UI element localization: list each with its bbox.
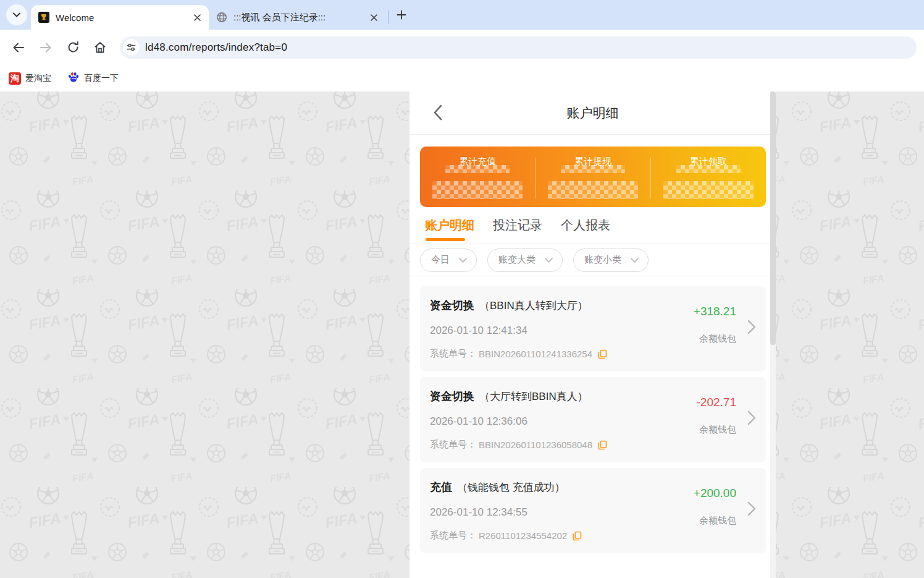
browser-tab-strip: Welcome :::视讯 会员下注纪录:::: [0, 0, 924, 30]
summary-label: 累计领取: [690, 156, 727, 168]
txn-detail: （BBIN真人转到大厅）: [479, 299, 588, 313]
minor-category-dropdown[interactable]: 账变小类: [573, 249, 649, 272]
txn-time: 2026-01-10 12:41:34: [430, 325, 736, 337]
page-content: FIFA FIFA 账户: [0, 91, 924, 578]
txn-detail: （大厅转到BBIN真人）: [479, 389, 588, 404]
chevron-right-icon[interactable]: [747, 410, 756, 425]
tab-label: 投注记录: [493, 218, 542, 232]
summary-label: 累计提现: [574, 156, 611, 168]
summary-total-deposit: 累计充值: [420, 147, 536, 207]
txn-time: 2026-01-10 12:34:55: [430, 506, 736, 519]
tab-close-icon[interactable]: [368, 12, 379, 23]
new-tab-button[interactable]: [392, 6, 411, 24]
blurred-value: [432, 181, 523, 199]
txn-wallet: 余额钱包: [699, 333, 736, 345]
reload-button[interactable]: [62, 36, 84, 59]
txn-wallet: 余额钱包: [699, 424, 736, 436]
browser-toolbar: ld48.com/reports/index?tab=0: [0, 30, 924, 65]
txn-time: 2026-01-10 12:36:06: [430, 415, 736, 428]
tab-search-button[interactable]: [6, 4, 27, 25]
transaction-card[interactable]: 资金切换 （大厅转到BBIN真人） 2026-01-10 12:36:06 系统…: [420, 377, 766, 462]
transaction-list: 资金切换 （BBIN真人转到大厅） 2026-01-10 12:41:34 系统…: [410, 276, 776, 553]
reload-icon: [67, 41, 80, 54]
summary-total-withdrawal: 累计提现: [536, 147, 651, 207]
bookmarks-bar: 淘 爱淘宝 百度一下: [0, 65, 924, 91]
chevron-down-icon: [544, 257, 553, 263]
tab-title: :::视讯 会员下注纪录:::: [233, 12, 368, 23]
tab-title: Welcome: [56, 12, 191, 23]
chevron-down-icon: [630, 257, 639, 263]
copy-icon[interactable]: [573, 531, 582, 541]
active-tab-underline: [426, 238, 465, 241]
tab-close-icon[interactable]: [191, 12, 203, 23]
tab-label: 账户明细: [425, 218, 474, 232]
major-category-dropdown[interactable]: 账变大类: [487, 249, 563, 272]
chevron-right-icon[interactable]: [747, 320, 756, 334]
browser-tab-records[interactable]: :::视讯 会员下注纪录:::: [209, 5, 385, 30]
taobao-icon: 淘: [9, 72, 21, 85]
url-text[interactable]: ld48.com/reports/index?tab=0: [145, 41, 287, 54]
bookmark-taobao[interactable]: 淘 爱淘宝: [9, 72, 51, 85]
txn-type: 资金切换: [430, 298, 474, 313]
chevron-right-icon[interactable]: [747, 501, 756, 516]
baidu-paw-icon: [67, 71, 80, 86]
filter-label: 今日: [431, 254, 450, 266]
chevron-down-icon: [12, 11, 21, 19]
txn-type: 充值: [430, 480, 452, 495]
home-button[interactable]: [89, 36, 111, 59]
txn-wallet: 余额钱包: [699, 515, 736, 527]
summary-label: 累计充值: [459, 156, 496, 168]
report-tabs: 账户明细 投注记录 个人报表: [410, 207, 776, 244]
blurred-value: [548, 181, 638, 199]
forward-arrow-icon: [39, 41, 52, 54]
filter-label: 账变大类: [498, 254, 536, 266]
tab-bet-records[interactable]: 投注记录: [493, 217, 542, 244]
home-icon: [93, 41, 107, 54]
panel-scrollbar-thumb[interactable]: [770, 91, 776, 345]
account-detail-panel: 账户明细 累计充值 累计提现 累计领取 账户明细: [410, 91, 776, 578]
bookmark-label: 百度一下: [84, 73, 119, 84]
txn-detail: （钱能钱包 充值成功）: [457, 480, 565, 495]
panel-header: 账户明细: [410, 91, 776, 135]
tab-label: 个人报表: [561, 218, 610, 232]
bookmark-baidu[interactable]: 百度一下: [67, 71, 119, 86]
chevron-left-icon: [433, 104, 443, 121]
site-settings-icon[interactable]: [123, 39, 140, 56]
globe-icon: [216, 12, 227, 23]
filter-row: 今日 账变大类 账变小类: [410, 244, 776, 276]
txn-amount: -202.71: [697, 396, 736, 409]
blurred-value: [663, 181, 754, 199]
txn-order-label: 系统单号：: [430, 530, 476, 542]
date-filter-dropdown[interactable]: 今日: [420, 249, 477, 272]
summary-card: 累计充值 累计提现 累计领取: [420, 147, 766, 207]
txn-amount: +200.00: [694, 487, 736, 500]
panel-scrollbar[interactable]: [770, 91, 776, 578]
txn-order-label: 系统单号：: [430, 348, 476, 360]
tab-account-detail[interactable]: 账户明细: [425, 217, 474, 244]
plus-icon: [397, 10, 406, 20]
transaction-card[interactable]: 资金切换 （BBIN真人转到大厅） 2026-01-10 12:41:34 系统…: [420, 286, 766, 372]
tab-divider: [388, 11, 388, 24]
back-button[interactable]: [7, 36, 30, 59]
back-arrow-icon: [12, 41, 25, 54]
bookmark-label: 爱淘宝: [25, 73, 51, 84]
transaction-card[interactable]: 充值 （钱能钱包 充值成功） 2026-01-10 12:34:55 系统单号：…: [420, 468, 766, 553]
txn-order-number: BBIN202601101236058048: [479, 440, 592, 450]
txn-amount: +318.21: [694, 305, 736, 318]
txn-order-number: BBIN202601101241336254: [479, 349, 592, 359]
summary-total-claim: 累计领取: [650, 147, 766, 207]
back-nav-button[interactable]: [426, 100, 450, 125]
trophy-logo-icon: [38, 12, 49, 23]
txn-order-number: R2601101234554202: [479, 530, 567, 541]
address-bar[interactable]: ld48.com/reports/index?tab=0: [120, 36, 917, 59]
page-title: 账户明细: [567, 104, 619, 122]
browser-tab-welcome[interactable]: Welcome: [31, 5, 209, 30]
copy-icon[interactable]: [598, 440, 607, 450]
filter-label: 账变小类: [584, 254, 621, 266]
txn-type: 资金切换: [430, 389, 474, 404]
tab-personal-report[interactable]: 个人报表: [561, 217, 610, 244]
txn-order-label: 系统单号：: [430, 439, 476, 451]
chevron-down-icon: [458, 257, 468, 263]
forward-button[interactable]: [35, 36, 57, 59]
copy-icon[interactable]: [598, 349, 607, 359]
